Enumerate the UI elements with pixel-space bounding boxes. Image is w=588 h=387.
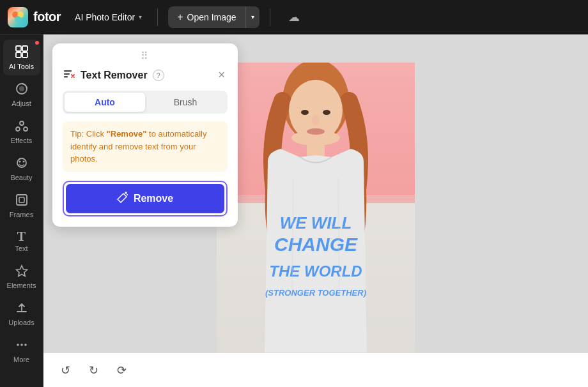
undo-button[interactable]: ↺ [54, 359, 77, 382]
svg-point-11 [24, 127, 27, 131]
text-icon: T [17, 230, 26, 243]
mode-tabs: Auto Brush [63, 91, 228, 114]
panel-area: ⠿ Text Remover ? [43, 34, 588, 387]
svg-rect-21 [64, 73, 70, 75]
sidebar-item-label: Frames [10, 211, 33, 218]
sidebar-item-more[interactable]: More [3, 333, 40, 368]
svg-rect-15 [17, 195, 27, 205]
close-icon: × [218, 68, 225, 81]
redo-icon: ↻ [89, 363, 98, 377]
card-header: Text Remover ? × [52, 64, 238, 91]
svg-point-19 [24, 344, 27, 346]
sidebar-item-label: Effects [11, 137, 32, 144]
sidebar-item-uploads[interactable]: Uploads [3, 296, 40, 331]
card-title: Text Remover [81, 70, 148, 81]
logo-area: fotor [8, 7, 61, 27]
open-image-group: + Open Image ▾ [168, 6, 259, 28]
svg-rect-16 [19, 197, 24, 202]
chevron-down-icon: ▾ [251, 13, 254, 20]
svg-rect-22 [64, 76, 68, 78]
svg-rect-3 [16, 46, 21, 51]
card-title-area: Text Remover ? [63, 67, 164, 83]
svg-text:WE WILL: WE WILL [280, 213, 352, 232]
close-button[interactable]: × [215, 67, 228, 83]
logo-text: fotor [33, 10, 61, 24]
photo-container: WE WILL CHANGE THE WORLD (STRONGER TOGET… [217, 63, 415, 359]
svg-text:THE WORLD: THE WORLD [269, 262, 362, 280]
photo-display: WE WILL CHANGE THE WORLD (STRONGER TOGET… [217, 63, 415, 356]
plus-icon: + [177, 11, 183, 23]
topbar-divider-2 [270, 8, 270, 26]
svg-rect-4 [22, 46, 27, 51]
text-remover-card: ⠿ Text Remover ? [52, 43, 238, 227]
ai-photo-editor-button[interactable]: AI Photo Editor ▾ [70, 8, 147, 26]
remove-button-wrapper: Remove [63, 181, 228, 216]
ai-tools-icon [15, 45, 29, 61]
tip-text: Tip: Click "Remove" to automatically ide… [70, 129, 206, 163]
svg-point-18 [20, 344, 23, 346]
redo-button[interactable]: ↻ [82, 359, 105, 382]
tab-auto[interactable]: Auto [65, 93, 145, 112]
open-image-button[interactable]: + Open Image [168, 6, 245, 28]
sidebar-item-label: More [13, 356, 29, 363]
svg-point-32 [307, 128, 325, 135]
elements-icon [15, 264, 29, 280]
remove-button-label: Remove [134, 193, 173, 204]
cloud-button[interactable]: ☁ [286, 8, 302, 27]
svg-point-13 [19, 161, 20, 163]
card-drag-handle[interactable]: ⠿ [52, 43, 238, 64]
main-area: AI Tools Adjust Effects [0, 34, 588, 387]
tip-prefix: Tip: Click [70, 129, 107, 139]
reset-button[interactable]: ⟳ [110, 359, 133, 382]
svg-rect-20 [64, 70, 72, 72]
reset-icon: ⟳ [117, 363, 127, 377]
sidebar-item-elements[interactable]: Elements [3, 259, 40, 294]
help-icon[interactable]: ? [153, 70, 164, 81]
ai-photo-editor-label: AI Photo Editor [75, 12, 135, 22]
sidebar-item-effects[interactable]: Effects [3, 114, 40, 149]
svg-point-34 [323, 110, 330, 115]
wand-icon [117, 192, 128, 206]
tab-brush[interactable]: Brush [145, 93, 226, 112]
svg-text:(STRONGER TOGETHER): (STRONGER TOGETHER) [265, 288, 366, 298]
text-remover-icon [63, 67, 75, 83]
svg-point-23 [127, 194, 128, 195]
svg-point-10 [16, 127, 20, 131]
fotor-logo-icon [8, 7, 28, 27]
more-icon [15, 338, 29, 354]
sidebar-item-adjust[interactable]: Adjust [3, 77, 40, 112]
frames-icon [15, 193, 29, 209]
topbar-divider [157, 8, 158, 26]
tip-box: Tip: Click "Remove" to automatically ide… [63, 121, 228, 172]
svg-point-9 [20, 121, 24, 125]
sidebar-item-beauty[interactable]: Beauty [3, 151, 40, 186]
drag-handle-dots: ⠿ [141, 50, 150, 62]
svg-text:CHANGE: CHANGE [274, 234, 358, 255]
effects-icon [15, 119, 29, 135]
notification-dot [35, 41, 39, 45]
uploads-icon [15, 301, 29, 317]
svg-rect-6 [22, 52, 27, 57]
sidebar-item-text[interactable]: T Text [3, 225, 40, 257]
sidebar-item-label: AI Tools [9, 63, 34, 70]
open-image-dropdown-button[interactable]: ▾ [245, 6, 259, 28]
topbar: fotor AI Photo Editor ▾ + Open Image ▾ ☁ [0, 0, 588, 34]
chevron-down-icon: ▾ [139, 13, 142, 20]
beauty-icon [15, 156, 29, 172]
bottom-bar: ↺ ↻ ⟳ [43, 353, 588, 387]
sidebar-item-label: Adjust [12, 100, 31, 107]
svg-point-14 [22, 161, 24, 163]
sidebar-item-ai-tools[interactable]: AI Tools [3, 40, 40, 75]
svg-point-2 [15, 16, 21, 22]
undo-icon: ↺ [61, 363, 70, 377]
svg-rect-5 [16, 52, 21, 57]
svg-point-8 [19, 86, 24, 91]
sidebar-item-label: Uploads [8, 319, 34, 326]
adjust-icon [15, 82, 29, 98]
remove-button[interactable]: Remove [66, 184, 224, 213]
sidebar-item-label: Elements [7, 282, 36, 289]
cloud-icon: ☁ [288, 11, 300, 24]
sidebar: AI Tools Adjust Effects [0, 34, 43, 387]
open-image-label: Open Image [187, 12, 236, 22]
sidebar-item-frames[interactable]: Frames [3, 188, 40, 224]
